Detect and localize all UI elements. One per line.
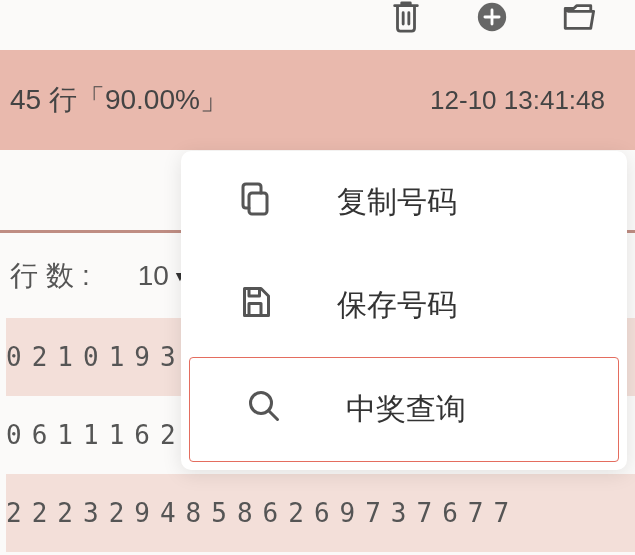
status-banner: 45 行「90.00%」 12-10 13:41:48	[0, 50, 635, 150]
trash-icon[interactable]	[389, 0, 423, 38]
svg-rect-1	[249, 193, 267, 214]
cell: 76	[417, 498, 468, 528]
rows-label: 行数:	[10, 257, 98, 295]
top-toolbar	[0, 0, 635, 50]
search-icon	[246, 388, 282, 431]
number-row: 22 23 29 48 58 62 69 73 76 77	[6, 474, 635, 552]
copy-icon	[237, 181, 273, 224]
save-icon	[237, 284, 273, 327]
svg-rect-2	[249, 304, 261, 316]
cell: 29	[109, 498, 160, 528]
menu-item-copy[interactable]: 复制号码	[181, 151, 627, 254]
menu-item-label: 复制号码	[337, 182, 457, 223]
cell: 48	[160, 498, 211, 528]
cell: 11	[57, 420, 108, 450]
cell: 73	[365, 498, 416, 528]
cell: 06	[6, 420, 57, 450]
add-circle-icon[interactable]	[475, 0, 509, 38]
cell: 69	[314, 498, 365, 528]
rows-select[interactable]: 10 ▼	[138, 260, 187, 292]
cell: 19	[109, 342, 160, 372]
cell: 58	[211, 498, 262, 528]
menu-item-save[interactable]: 保存号码	[181, 254, 627, 357]
context-menu: 复制号码 保存号码 中奖查询	[181, 151, 627, 470]
menu-item-label: 保存号码	[337, 285, 457, 326]
cell: 02	[6, 342, 57, 372]
status-text: 45 行「90.00%」	[10, 81, 228, 119]
menu-item-search[interactable]: 中奖查询	[189, 357, 619, 462]
menu-item-label: 中奖查询	[346, 389, 466, 430]
cell: 16	[109, 420, 160, 450]
cell: 62	[263, 498, 314, 528]
cell: 22	[6, 498, 57, 528]
cell: 23	[57, 498, 108, 528]
timestamp: 12-10 13:41:48	[430, 85, 605, 116]
cell: 10	[57, 342, 108, 372]
cell: 77	[468, 498, 519, 528]
folder-icon[interactable]	[561, 0, 595, 38]
rows-value: 10	[138, 260, 169, 292]
